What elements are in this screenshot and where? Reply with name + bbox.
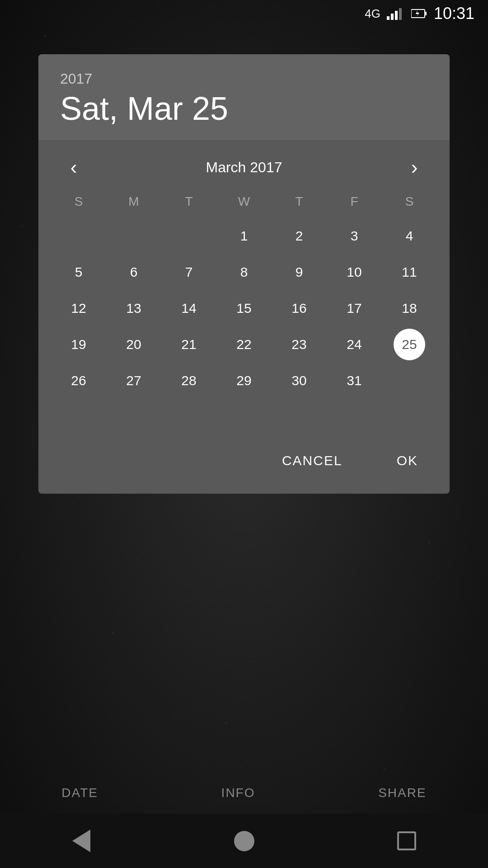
- day-20[interactable]: 20: [106, 326, 161, 363]
- day-empty: [106, 218, 161, 254]
- network-label: 4G: [365, 7, 380, 21]
- svg-marker-6: [416, 10, 419, 17]
- day-empty: [161, 218, 216, 254]
- svg-rect-1: [391, 14, 394, 20]
- day-10[interactable]: 10: [327, 254, 382, 290]
- prev-month-button[interactable]: ‹: [60, 154, 87, 181]
- day-17[interactable]: 17: [327, 290, 382, 326]
- recents-icon: [397, 831, 416, 850]
- dialog-body: ‹ March 2017 › S M T W T F S 1 2 3 4 5 6…: [38, 140, 450, 494]
- date-picker-dialog: 2017 Sat, Mar 25 ‹ March 2017 › S M T W …: [38, 54, 450, 494]
- day-5[interactable]: 5: [51, 254, 106, 290]
- day-3[interactable]: 3: [327, 218, 382, 254]
- calendar-grid: S M T W T F S 1 2 3 4 5 6 7 8 9 10 11 12: [38, 190, 450, 399]
- day-26[interactable]: 26: [51, 363, 106, 399]
- day-31[interactable]: 31: [327, 363, 382, 399]
- svg-rect-5: [425, 12, 427, 15]
- day-9[interactable]: 9: [272, 254, 327, 290]
- signal-icon: [387, 7, 405, 20]
- day-header-thu: T: [272, 190, 327, 218]
- day-29[interactable]: 29: [216, 363, 272, 399]
- day-25-selected[interactable]: 25: [382, 326, 437, 363]
- day-6[interactable]: 6: [106, 254, 161, 290]
- day-14[interactable]: 14: [161, 290, 216, 326]
- day-7[interactable]: 7: [161, 254, 216, 290]
- ok-button[interactable]: OK: [383, 444, 432, 477]
- month-label: March 2017: [206, 159, 282, 176]
- svg-rect-2: [395, 11, 398, 20]
- day-27[interactable]: 27: [106, 363, 161, 399]
- bottom-tab-bar: DATE INFO SHARE: [0, 777, 488, 809]
- status-time: 10:31: [434, 4, 474, 23]
- day-28[interactable]: 28: [161, 363, 216, 399]
- svg-rect-3: [399, 8, 402, 20]
- back-button[interactable]: [68, 827, 95, 854]
- day-header-sat: S: [382, 190, 437, 218]
- battery-icon: [411, 9, 427, 19]
- home-icon: [234, 831, 254, 851]
- day-header-sun: S: [51, 190, 106, 218]
- day-empty: [382, 363, 437, 399]
- day-8[interactable]: 8: [216, 254, 272, 290]
- month-navigation: ‹ March 2017 ›: [38, 149, 450, 190]
- date-display: Sat, Mar 25: [60, 91, 428, 127]
- day-empty: [51, 218, 106, 254]
- day-24[interactable]: 24: [327, 326, 382, 363]
- day-4[interactable]: 4: [382, 218, 437, 254]
- day-header-tue: T: [161, 190, 216, 218]
- day-header-fri: F: [327, 190, 382, 218]
- dialog-buttons: CANCEL OK: [38, 435, 450, 494]
- calendar-spacer: [38, 399, 450, 435]
- next-month-button[interactable]: ›: [401, 154, 428, 181]
- day-18[interactable]: 18: [382, 290, 437, 326]
- dialog-header: 2017 Sat, Mar 25: [38, 54, 450, 140]
- day-header-wed: W: [216, 190, 272, 218]
- recents-button[interactable]: [393, 827, 420, 854]
- day-21[interactable]: 21: [161, 326, 216, 363]
- day-1[interactable]: 1: [216, 218, 272, 254]
- cancel-button[interactable]: CANCEL: [268, 444, 356, 477]
- day-23[interactable]: 23: [272, 326, 327, 363]
- svg-rect-0: [387, 16, 389, 20]
- day-12[interactable]: 12: [51, 290, 106, 326]
- tab-info[interactable]: INFO: [221, 786, 255, 800]
- day-2[interactable]: 2: [272, 218, 327, 254]
- day-11[interactable]: 11: [382, 254, 437, 290]
- day-22[interactable]: 22: [216, 326, 272, 363]
- tab-share[interactable]: SHARE: [378, 786, 426, 800]
- home-button[interactable]: [230, 827, 258, 854]
- status-bar: 4G 10:31: [0, 0, 488, 27]
- year-label: 2017: [60, 71, 428, 87]
- day-13[interactable]: 13: [106, 290, 161, 326]
- day-15[interactable]: 15: [216, 290, 272, 326]
- day-header-mon: M: [106, 190, 161, 218]
- navigation-bar: [0, 814, 488, 868]
- back-icon: [72, 830, 90, 852]
- day-30[interactable]: 30: [272, 363, 327, 399]
- day-16[interactable]: 16: [272, 290, 327, 326]
- tab-date[interactable]: DATE: [61, 786, 98, 800]
- day-19[interactable]: 19: [51, 326, 106, 363]
